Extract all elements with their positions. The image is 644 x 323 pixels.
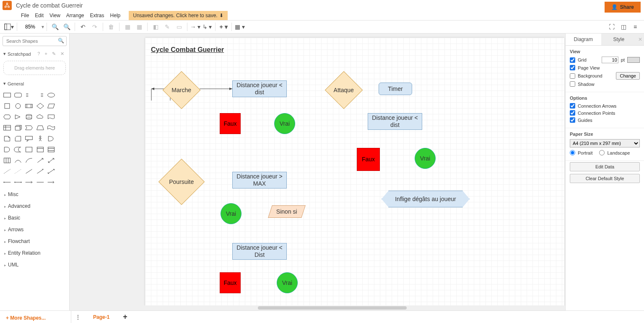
page-view-checkbox[interactable] (570, 65, 575, 70)
shape-link4[interactable] (35, 178, 44, 187)
shape-textbox[interactable] (35, 90, 44, 100)
guides-checkbox[interactable] (570, 117, 575, 123)
shape-link2[interactable] (13, 178, 23, 187)
shape-link5[interactable] (47, 178, 56, 187)
category-flowchart[interactable]: Flowchart (0, 235, 69, 247)
shape-internal[interactable] (3, 123, 12, 132)
delete-button[interactable]: 🗑 (106, 21, 117, 32)
format-panel-button[interactable]: ◫ (618, 21, 629, 32)
landscape-radio[interactable] (599, 150, 605, 155)
shape-actor[interactable] (35, 134, 44, 143)
table-button[interactable]: ▦ ▾ (234, 21, 245, 32)
node-dist1[interactable]: Distance joueur < dist (232, 80, 287, 97)
tab-close[interactable]: ✕ (636, 34, 644, 45)
horizontal-scrollbar[interactable] (70, 305, 565, 310)
insert-button[interactable]: + ▾ (218, 21, 229, 32)
portrait-radio[interactable] (570, 150, 575, 155)
fill-color-button[interactable]: ◧ (150, 21, 161, 32)
menu-arrange[interactable]: Arrange (66, 13, 84, 18)
more-shapes-button[interactable]: + More Shapes... (2, 311, 71, 323)
node-marche[interactable]: Marche (163, 71, 201, 109)
background-checkbox[interactable] (570, 73, 575, 79)
shape-dashline[interactable] (3, 167, 12, 176)
menu-edit[interactable]: Edit (35, 13, 44, 18)
clear-style-button[interactable]: Clear Default Style (570, 174, 640, 183)
zoom-in-button[interactable]: 🔍 (49, 21, 60, 32)
category-misc[interactable]: Misc (0, 189, 69, 200)
shape-blank4[interactable] (57, 123, 67, 132)
shape-blank6[interactable] (57, 145, 67, 154)
category-advanced[interactable]: Advanced (0, 200, 69, 212)
shape-list[interactable] (47, 145, 56, 154)
paper-size-select[interactable]: A4 (210 mm x 297 mm) (570, 139, 640, 147)
zoom-input[interactable] (20, 24, 41, 30)
shape-cube[interactable] (13, 123, 23, 132)
menu-view[interactable]: View (49, 13, 60, 18)
pages-menu-button[interactable]: ⋮ (73, 312, 83, 322)
shape-process[interactable] (24, 101, 34, 111)
category-entity-relation[interactable]: Entity Relation (0, 247, 69, 259)
shape-blank8[interactable] (57, 167, 67, 176)
node-vrai3[interactable]: Vrai (277, 272, 298, 293)
shape-diamond[interactable] (35, 101, 44, 111)
shape-link1[interactable] (3, 178, 12, 187)
tab-diagram[interactable]: Diagram (566, 34, 601, 45)
shape-frame[interactable] (35, 145, 44, 154)
save-banner[interactable]: Unsaved changes. Click here to save. ⬇ (129, 11, 227, 20)
shape-blank3[interactable] (57, 112, 67, 121)
shape-square[interactable] (3, 101, 12, 111)
node-vrai4[interactable]: Vrai (415, 148, 436, 169)
shape-line[interactable] (24, 167, 34, 176)
share-button[interactable]: 👤Share (605, 2, 641, 13)
app-logo[interactable] (3, 1, 12, 10)
document-title[interactable]: Cycle de combat Guerreir (16, 2, 629, 9)
general-header[interactable]: ▾ General (0, 78, 69, 89)
shape-arc[interactable] (24, 156, 34, 165)
shape-blank9[interactable] (57, 178, 67, 187)
to-back-button[interactable]: ▦ (134, 21, 145, 32)
node-inflige[interactable]: Inflige dégâts au joueur (382, 191, 470, 207)
shape-tape[interactable] (47, 123, 56, 132)
diagram-title[interactable]: Cycle Combat Guerrier (151, 46, 224, 54)
add-page-button[interactable]: + (119, 313, 131, 321)
shadow-checkbox[interactable] (570, 81, 575, 87)
collapse-button[interactable]: ≡ (630, 21, 641, 32)
shape-blank[interactable] (57, 90, 67, 100)
node-dist-max[interactable]: Distance joueur > MAX (232, 172, 287, 189)
shape-dotline[interactable] (13, 167, 23, 176)
shape-callout[interactable] (24, 134, 34, 143)
shape-link3[interactable] (24, 178, 34, 187)
shape-roundrect[interactable] (13, 90, 23, 100)
shape-blank7[interactable] (57, 156, 67, 165)
search-shapes-input[interactable] (3, 36, 67, 46)
menu-help[interactable]: Help (110, 13, 121, 18)
shape-ellipse[interactable] (47, 90, 56, 100)
node-faux2[interactable]: Faux (220, 272, 241, 293)
node-faux3[interactable]: Faux (357, 148, 380, 171)
scratchpad-header[interactable]: ▾ Scratchpad? + ✎ ✕ (0, 49, 69, 59)
shape-curve[interactable] (13, 156, 23, 165)
page-tab-1[interactable]: Page-1 (85, 311, 118, 323)
waypoint-button[interactable]: ↳ ▾ (202, 21, 213, 32)
shape-arrow-dbl[interactable] (47, 156, 56, 165)
change-bg-button[interactable]: Change (616, 72, 640, 80)
shape-arrow-ne[interactable] (35, 156, 44, 165)
shape-hlist[interactable] (3, 156, 12, 165)
node-vrai1[interactable]: Vrai (274, 113, 295, 134)
shape-parallelogram[interactable] (47, 101, 56, 111)
shape-triangle[interactable] (13, 112, 23, 121)
shape-cylinder[interactable] (24, 112, 34, 121)
node-faux1[interactable]: Faux (220, 113, 241, 134)
shape-and[interactable] (3, 145, 12, 154)
connection-button[interactable]: → ▾ (190, 21, 201, 32)
shadow-button[interactable]: ▭ (174, 21, 184, 32)
shape-circle[interactable] (13, 101, 23, 111)
node-poursuite[interactable]: Poursuite (158, 159, 205, 205)
grid-size-input[interactable] (602, 57, 618, 63)
view-mode-button[interactable]: ▾ (3, 21, 14, 32)
node-vrai2[interactable]: Vrai (221, 203, 242, 224)
shape-document[interactable] (47, 112, 56, 121)
category-basic[interactable]: Basic (0, 212, 69, 224)
shape-or[interactable] (47, 134, 56, 143)
shape-text[interactable] (24, 90, 34, 100)
